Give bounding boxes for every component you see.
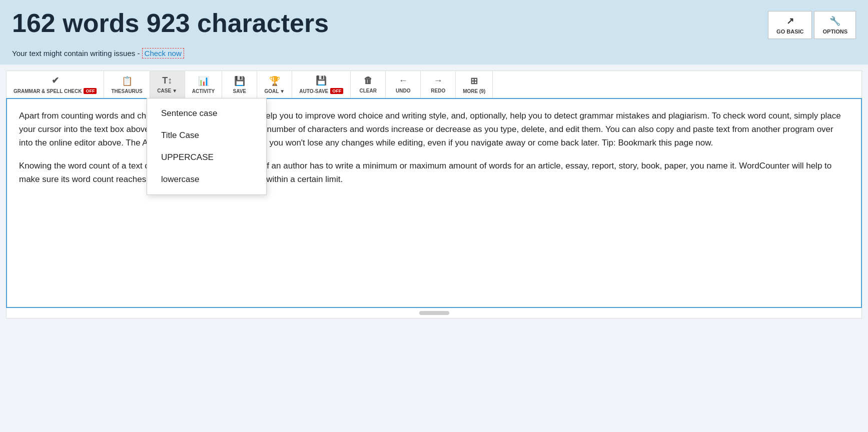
- editor-container[interactable]: Apart from counting words and characters…: [6, 98, 862, 308]
- activity-icon: 📊: [198, 76, 209, 86]
- editor-text: Apart from counting words and characters…: [19, 109, 849, 186]
- scrollbar-area: [6, 308, 862, 318]
- case-button[interactable]: T↕ CASE ▼: [150, 71, 185, 98]
- go-basic-button[interactable]: ↗ GO BASIC: [768, 11, 812, 39]
- thesaurus-button[interactable]: 📋 THESAURUS: [104, 71, 150, 98]
- options-icon: 🔧: [829, 16, 840, 26]
- clear-icon: 🗑: [364, 76, 373, 86]
- goal-button[interactable]: 🏆 GOAL ▼: [257, 71, 292, 98]
- thesaurus-icon: 📋: [122, 76, 133, 86]
- options-label: OPTIONS: [822, 28, 847, 34]
- writing-issues-bar: Your text might contain writing issues -…: [0, 47, 868, 64]
- autosave-label: AUTO-SAVE: [299, 88, 328, 94]
- grammar-label: GRAMMAR & SPELL CHECK: [14, 88, 82, 94]
- redo-icon: →: [434, 76, 443, 86]
- case-label: CASE: [157, 88, 171, 94]
- scrollbar-thumb[interactable]: [419, 311, 449, 315]
- thesaurus-label: THESAURUS: [111, 88, 142, 94]
- goal-label: GOAL: [264, 88, 279, 94]
- grammar-status-badge: OFF: [84, 88, 97, 94]
- autosave-button[interactable]: 💾 AUTO-SAVE OFF: [292, 71, 351, 98]
- header-bar: 162 words 923 characters ↗ GO BASIC 🔧 OP…: [0, 0, 868, 47]
- toolbar: ✔ GRAMMAR & SPELL CHECK OFF 📋 THESAURUS …: [6, 70, 862, 98]
- redo-button[interactable]: → REDO: [421, 71, 456, 98]
- go-basic-label: GO BASIC: [776, 28, 803, 34]
- save-button[interactable]: 💾 SAVE: [222, 71, 257, 98]
- case-dropdown-arrow: ▼: [172, 88, 177, 94]
- writing-issues-text: Your text might contain writing issues -: [12, 49, 140, 58]
- check-now-link[interactable]: Check now: [142, 48, 184, 58]
- editor-paragraph-2: Knowing the word count of a text can be …: [19, 159, 849, 186]
- autosave-icon: 💾: [316, 75, 327, 86]
- more-label: MORE (9): [463, 88, 485, 94]
- activity-button[interactable]: 📊 ACTIVITY: [185, 71, 223, 98]
- grammar-spell-check-button[interactable]: ✔ GRAMMAR & SPELL CHECK OFF: [7, 71, 104, 98]
- word-count-title: 162 words 923 characters: [12, 9, 329, 38]
- case-dropdown: Sentence case Title Case UPPERCASE lower…: [147, 98, 267, 195]
- options-button[interactable]: 🔧 OPTIONS: [814, 11, 856, 39]
- undo-button[interactable]: ← UNDO: [386, 71, 421, 98]
- case-option-sentence[interactable]: Sentence case: [147, 102, 266, 124]
- autosave-status-badge: OFF: [330, 88, 343, 94]
- check-icon: ✔: [52, 75, 59, 86]
- case-option-upper[interactable]: UPPERCASE: [147, 146, 266, 168]
- case-option-title[interactable]: Title Case: [147, 124, 266, 146]
- clear-button[interactable]: 🗑 CLEAR: [351, 71, 386, 98]
- save-label: SAVE: [233, 88, 247, 94]
- editor-paragraph-1: Apart from counting words and characters…: [19, 109, 849, 150]
- case-icon: T↕: [162, 76, 172, 86]
- more-icon: ⊞: [470, 76, 478, 86]
- save-icon: 💾: [234, 76, 245, 86]
- redo-label: REDO: [431, 88, 445, 94]
- goal-icon: 🏆: [269, 76, 280, 86]
- clear-label: CLEAR: [360, 88, 377, 94]
- undo-label: UNDO: [396, 88, 410, 94]
- undo-icon: ←: [399, 76, 408, 86]
- go-basic-icon: ↗: [786, 16, 794, 26]
- more-button[interactable]: ⊞ MORE (9): [456, 71, 493, 98]
- goal-dropdown-arrow: ▼: [280, 88, 285, 94]
- activity-label: ACTIVITY: [192, 88, 215, 94]
- case-option-lower[interactable]: lowercase: [147, 168, 266, 190]
